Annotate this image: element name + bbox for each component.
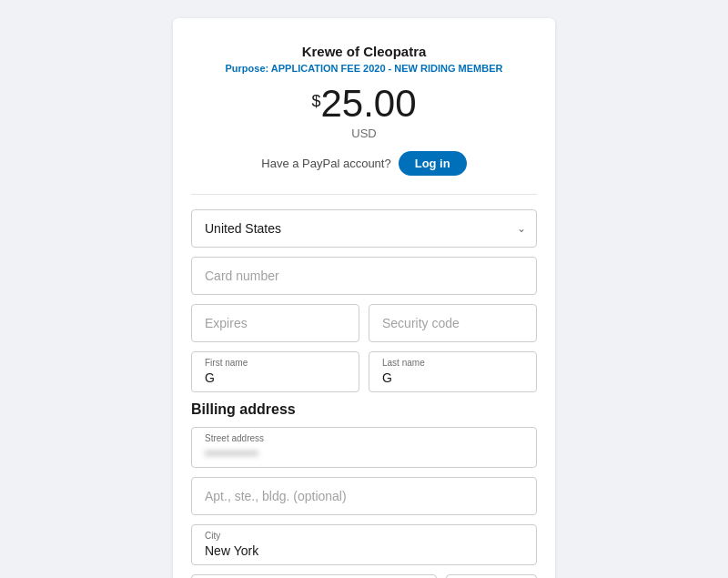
amount-row: $ 25.00 [191, 85, 537, 123]
state-select-wrapper[interactable]: New York ⌄ [191, 574, 437, 578]
street-address-group: Street address [191, 427, 537, 468]
street-address-label: Street address [205, 433, 523, 443]
expires-input[interactable] [191, 304, 359, 342]
amount-value: 25.00 [320, 85, 416, 123]
card-number-input[interactable] [191, 257, 537, 295]
state-zip-row: New York ⌄ ZIP code [191, 574, 537, 578]
city-input[interactable] [205, 543, 523, 558]
security-code-input[interactable] [369, 304, 537, 342]
login-button[interactable]: Log in [399, 151, 467, 176]
last-name-floating[interactable]: Last name [369, 351, 537, 392]
country-select-wrapper[interactable]: United States ⌄ [191, 209, 537, 248]
state-select[interactable]: New York [191, 574, 437, 578]
dollar-sign: $ [311, 92, 320, 111]
payment-card: Krewe of Cleopatra Purpose: APPLICATION … [173, 18, 555, 578]
header-section: Krewe of Cleopatra Purpose: APPLICATION … [191, 44, 537, 176]
expires-group [191, 304, 359, 342]
first-name-group: First name [191, 351, 359, 392]
city-floating[interactable]: City [191, 524, 537, 565]
last-name-input[interactable] [382, 370, 523, 385]
page-container: Krewe of Cleopatra Purpose: APPLICATION … [18, 18, 710, 578]
name-row: First name Last name [191, 351, 537, 401]
first-name-label: First name [205, 358, 346, 368]
paypal-prompt-text: Have a PayPal account? [261, 157, 390, 170]
street-address-floating[interactable]: Street address [191, 427, 537, 468]
divider [191, 194, 537, 195]
expires-security-row [191, 304, 537, 351]
purpose-text: Purpose: APPLICATION FEE 2020 - NEW RIDI… [191, 63, 537, 74]
first-name-input[interactable] [205, 370, 346, 385]
street-address-input[interactable] [205, 446, 523, 461]
country-select[interactable]: United States [191, 209, 537, 248]
last-name-group: Last name [369, 351, 537, 392]
zip-code-group[interactable]: ZIP code [446, 574, 537, 578]
currency-label: USD [191, 127, 537, 140]
merchant-name: Krewe of Cleopatra [191, 44, 537, 59]
country-group: United States ⌄ [191, 209, 537, 248]
card-number-group [191, 257, 537, 295]
apt-input[interactable] [191, 477, 537, 515]
billing-title: Billing address [191, 401, 537, 418]
paypal-row: Have a PayPal account? Log in [191, 151, 537, 176]
first-name-floating[interactable]: First name [191, 351, 359, 392]
last-name-label: Last name [382, 358, 523, 368]
apt-group [191, 477, 537, 515]
security-code-group [369, 304, 537, 342]
city-group-outer: City [191, 524, 537, 565]
city-label: City [205, 531, 523, 541]
